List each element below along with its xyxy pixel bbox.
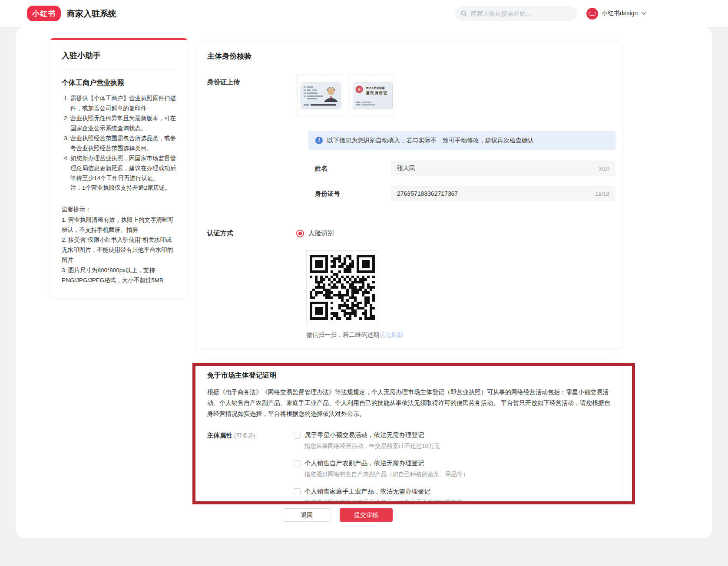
list-item: 营业执照无任何异常且为最新版本，可在国家企业公示系统查询状态。 (70, 114, 176, 134)
id-upload-row: 身份证上传 (207, 75, 605, 117)
user-name: 小红书design (602, 10, 638, 17)
auth-method-row: 认证方式 人脸识别 (207, 229, 605, 237)
exemption-title: 免于市场主体登记证明 (207, 371, 602, 380)
name-input[interactable] (397, 165, 599, 172)
option-row[interactable]: 个人销售家庭手工业产品，依法无需办理登记 (294, 487, 469, 496)
ocr-info-text: 以下信息为您识别自动填入，若与实际不一致可手动修改，建议再次检查确认 (327, 137, 534, 145)
option-handicraft-products: 个人销售家庭手工业产品，依法无需办理登记 指您通过网络销售家庭手工业产品（如自己… (294, 487, 469, 503)
refresh-qr-link[interactable]: 点此刷新 (379, 331, 404, 338)
id-number-field-label: 身份证号 (315, 190, 391, 198)
option-row[interactable]: 属于零星小额交易活动，依法无需办理登记 (294, 431, 469, 439)
id-back-title-text: 居民身份证 (365, 91, 388, 95)
avatar-logo-mark (589, 12, 596, 16)
list-item: 需提供【个体工商户】营业执照原件扫描件，或加盖公司鲜章的复印件 (70, 94, 176, 114)
tip-item: 3. 图片尺寸为800*800px以上，支持PNG/JPG/JPEG格式，大小不… (62, 265, 176, 285)
xiaohongshu-logo[interactable]: 小红书 (27, 6, 61, 21)
back-button[interactable]: 返回 (283, 508, 331, 522)
id-number-field[interactable]: 18/18 (391, 186, 615, 201)
top-bar: 小红书 商家入驻系统 小红书design (0, 0, 728, 27)
tip-item: 1. 营业执照清晰有效，执照上的文字清晰可辨认，不支持手机截屏、拍屏 (62, 215, 176, 235)
multi-select-hint: (可多选) (234, 432, 256, 439)
id-number-field-row: 身份证号 18/18 (308, 186, 615, 201)
identity-verification-card: 主体身份核验 身份证上传 (196, 42, 622, 348)
list-item: 如您新办理营业执照，因国家市场监督管理总局信息更新延迟，建议在办理成功后等待至少… (70, 154, 176, 184)
id-char-counter: 18/18 (595, 191, 609, 197)
user-menu[interactable]: 小红书design (586, 6, 646, 21)
id-card-front-image (301, 82, 341, 109)
face-recognition-radio[interactable]: 人脸识别 (296, 229, 334, 237)
tips-block: 温馨提示： 1. 营业执照清晰有效，执照上的文字清晰可辨认，不支持手机截屏、拍屏… (62, 204, 176, 285)
tips-title: 温馨提示： (62, 204, 176, 214)
sidebar-title: 入驻小助手 (62, 50, 176, 61)
id-card-back-upload[interactable]: 中华人民共和国 居民身份证 (350, 75, 395, 117)
id-back-country-text: 中华人民共和国 (366, 86, 384, 90)
logo-text: 小红书 (32, 9, 56, 19)
option-farm-products: 个人销售自产农副产品，依法无需办理登记 指您通过网络销售自产农副产品（如自己种植… (294, 459, 469, 478)
submit-review-button[interactable]: 提交审核 (340, 508, 393, 522)
search-input[interactable] (471, 10, 572, 17)
qr-code (310, 255, 375, 320)
ocr-info-banner: i 以下信息为您识别自动填入，若与实际不一致可手动修改，建议再次检查确认 (308, 131, 615, 150)
id-number-input[interactable] (397, 190, 595, 197)
name-char-counter: 3/10 (599, 165, 609, 172)
checkbox-icon[interactable] (294, 460, 301, 467)
exemption-card: 免于市场主体登记证明 根据《电子商务法》《网络交易监督管理办法》等法规规定，个人… (196, 360, 622, 503)
entity-attribute-label: 主体属性 (可多选) (207, 431, 294, 503)
footer-actions: 返回 提交审核 (283, 508, 393, 522)
main-panel: 入驻小助手 个体工商户营业执照 需提供【个体工商户】营业执照原件扫描件，或加盖公… (16, 27, 712, 538)
option-row[interactable]: 个人销售自产农副产品，依法无需办理登记 (294, 459, 469, 467)
info-icon: i (315, 137, 323, 144)
qr-caption: 微信扫一扫，若二维码过期点此刷新 (306, 331, 605, 339)
tip-item: 2. 接受含“仅限小红书入驻使用”相关水印或无水印图片，不能使用带有其他平台水印… (62, 235, 176, 265)
name-field-label: 姓名 (315, 165, 391, 173)
list-item: 营业执照经营范围需包含所选品类，或参考营业执照经营范围选择类目。 (70, 134, 176, 154)
checkbox-icon[interactable] (294, 488, 301, 495)
wechat-qr-box (306, 250, 378, 324)
id-upload-slots: 中华人民共和国 居民身份证 (298, 75, 395, 117)
entity-attribute-row: 主体属性 (可多选) 属于零星小额交易活动，依法无需办理登记 指您从事网络经营活… (207, 431, 602, 503)
name-field[interactable]: 3/10 (391, 161, 615, 176)
license-note: 注：1个营业执照仅支持开通2家店铺。 (70, 183, 176, 193)
avatar (586, 8, 598, 20)
app-title: 商家入驻系统 (67, 8, 116, 20)
attribute-options: 属于零星小额交易活动，依法无需办理登记 指您从事网络经营活动，年交易额累计不超过… (294, 431, 469, 503)
auth-method-label: 认证方式 (207, 229, 296, 237)
chevron-down-icon (641, 12, 646, 15)
radio-icon[interactable] (296, 230, 304, 237)
identity-section-title: 主体身份核验 (207, 51, 605, 61)
checkbox-icon[interactable] (294, 432, 301, 439)
sidebar-section-title: 个体工商户营业执照 (62, 79, 176, 88)
id-upload-label: 身份证上传 (207, 75, 298, 117)
divider (62, 69, 176, 69)
id-card-back-image: 中华人民共和国 居民身份证 (353, 82, 393, 109)
face-recognition-label: 人脸识别 (308, 229, 334, 237)
onboarding-helper-card: 入驻小助手 个体工商户营业执照 需提供【个体工商户】营业执照原件扫描件，或加盖公… (50, 38, 188, 298)
name-field-row: 姓名 3/10 (308, 161, 615, 176)
exemption-description: 根据《电子商务法》《网络交易监督管理办法》等法规规定，个人无需办理市场主体登记（… (207, 387, 613, 419)
license-instruction-list: 需提供【个体工商户】营业执照原件扫描件，或加盖公司鲜章的复印件 营业执照无任何异… (62, 94, 176, 183)
option-small-transactions: 属于零星小额交易活动，依法无需办理登记 指您从事网络经营活动，年交易额累计不超过… (294, 431, 469, 450)
search-icon (460, 10, 467, 17)
id-card-front-upload[interactable] (298, 75, 343, 117)
global-search[interactable] (455, 6, 578, 21)
